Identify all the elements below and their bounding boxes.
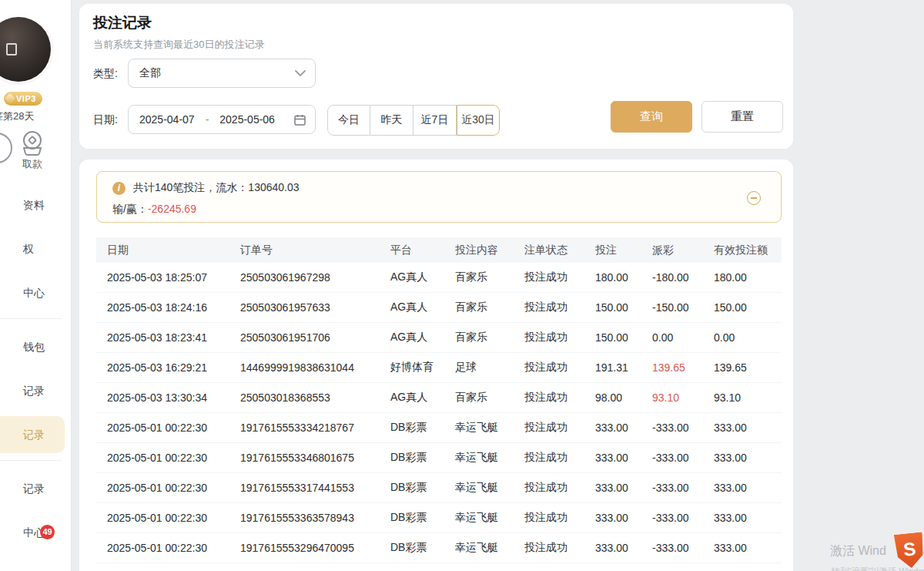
cell-order: 1446999919838631044 [229, 361, 380, 374]
table-body: 2025-05-03 18:25:07 250503061967298 AG真人… [96, 263, 782, 563]
cell-status: 投注成功 [514, 541, 584, 555]
withdraw-label: 取款 [12, 157, 52, 171]
table-row[interactable]: 2025-05-01 00:22:30 1917615553317441553 … [96, 473, 782, 503]
user-avatar[interactable] [0, 17, 51, 82]
table-row[interactable]: 2025-05-01 00:22:30 1917615553363578943 … [96, 503, 782, 533]
cell-bet: 150.00 [584, 331, 641, 344]
cell-valid: 333.00 [703, 422, 782, 434]
cell-platform: DB彩票 [380, 541, 444, 555]
sidebar-item-7[interactable]: 中心49 [0, 514, 72, 551]
cell-status: 投注成功 [514, 301, 584, 314]
table-header-row: 日期订单号平台投注内容注单状态投注派彩有效投注额 [96, 237, 782, 263]
cell-valid: 333.00 [703, 452, 782, 464]
table-row[interactable]: 2025-05-01 00:22:30 1917615553334218767 … [96, 413, 782, 443]
cell-platform: AG真人 [380, 391, 444, 405]
cell-payout: -150.00 [641, 301, 703, 314]
sidebar-item-2[interactable]: 中心 [0, 274, 72, 311]
cell-valid: 333.00 [703, 512, 782, 524]
sidebar-item-3[interactable]: 钱包 [0, 328, 72, 365]
cell-platform: AG真人 [380, 270, 444, 284]
filter-panel: 投注记录 当前系统支持查询最近30日的投注记录 类型: 全部 日期: 2025-… [79, 4, 793, 149]
quick-date-1[interactable]: 昨天 [370, 105, 413, 136]
table-row[interactable]: 2025-05-03 16:29:21 1446999919838631044 … [96, 353, 782, 383]
collapse-icon[interactable] [747, 191, 761, 205]
cell-content: 幸运飞艇 [444, 421, 514, 435]
date-range-input[interactable]: 2025-04-07 - 2025-05-06 [128, 105, 316, 134]
chevron-down-icon [295, 70, 306, 77]
sidebar-item-4[interactable]: 记录 [0, 372, 72, 409]
sidebar-item-8[interactable]: 反馈 [0, 558, 72, 571]
cell-content: 百家乐 [444, 331, 514, 344]
winloss-label: 输/赢： [112, 203, 148, 215]
quick-date-3[interactable]: 近30日 [457, 105, 500, 136]
brand-shield-icon[interactable]: S [894, 532, 924, 569]
cell-order: 250503061967298 [229, 271, 380, 284]
cell-status: 投注成功 [514, 451, 584, 465]
windows-activation-watermark: 激活 Wind [830, 543, 886, 559]
sidebar: VIP3 签第28天 取款 资料权中心钱包记录记录记录中心49反馈 [0, 0, 72, 571]
menu-divider [0, 460, 62, 461]
cell-order: 1917615553296470095 [229, 542, 380, 554]
withdraw-button[interactable]: 取款 [12, 129, 52, 171]
page-title: 投注记录 [93, 13, 152, 33]
cell-bet: 150.00 [584, 301, 641, 314]
sidebar-item-0[interactable]: 资料 [0, 186, 72, 223]
cell-date: 2025-05-01 00:22:30 [96, 512, 229, 524]
quick-date-2[interactable]: 近7日 [413, 105, 457, 136]
cell-bet: 180.00 [584, 271, 641, 284]
table-header-cell: 派彩 [641, 244, 703, 257]
deposit-icon[interactable] [0, 133, 12, 163]
cell-valid: 93.10 [703, 391, 782, 404]
table-row[interactable]: 2025-05-03 18:23:41 250503061951706 AG真人… [96, 323, 782, 353]
reset-button[interactable]: 重置 [701, 101, 783, 133]
cell-valid: 333.00 [703, 482, 782, 494]
cell-payout: -333.00 [641, 512, 703, 524]
date-start-value: 2025-04-07 [139, 113, 195, 126]
vip-badge: VIP3 [4, 92, 42, 106]
cell-status: 投注成功 [514, 331, 584, 344]
cell-status: 投注成功 [514, 511, 584, 525]
cell-content: 足球 [444, 361, 514, 375]
table-row[interactable]: 2025-05-03 13:30:34 250503018368553 AG真人… [96, 383, 782, 413]
quick-date-0[interactable]: 今日 [327, 105, 370, 136]
menu-divider [0, 318, 62, 319]
summary-box: i 共计140笔投注，流水：130640.03 输/赢：-26245.69 [96, 171, 782, 223]
avatar-photo-detail [6, 43, 17, 55]
cell-order: 1917615553363578943 [229, 512, 380, 524]
cell-date: 2025-05-01 00:22:30 [96, 482, 229, 494]
table-row[interactable]: 2025-05-03 18:24:16 250503061957633 AG真人… [96, 293, 782, 323]
cell-bet: 191.31 [584, 361, 641, 374]
summary-totals-text: 共计140笔投注，流水：130640.03 [133, 181, 300, 195]
gem-icon [5, 93, 15, 104]
cell-order: 1917615553334218767 [229, 422, 380, 434]
search-button[interactable]: 查询 [611, 101, 692, 133]
type-select[interactable]: 全部 [128, 59, 316, 88]
cell-order: 1917615553317441553 [229, 482, 380, 494]
table-row[interactable]: 2025-05-01 00:22:30 1917615553346801675 … [96, 443, 782, 473]
cell-order: 250503061957633 [229, 301, 380, 314]
sidebar-item-6[interactable]: 记录 [0, 470, 72, 507]
table-header-cell: 日期 [96, 244, 229, 257]
cell-bet: 333.00 [584, 542, 641, 554]
table-header-cell: 投注 [584, 244, 641, 257]
cell-payout: 93.10 [641, 391, 703, 404]
cell-platform: DB彩票 [380, 451, 444, 465]
type-label: 类型: [93, 67, 118, 81]
cell-date: 2025-05-01 00:22:30 [96, 422, 229, 434]
brand-shield-letter: S [902, 539, 916, 559]
winloss-value: -26245.69 [148, 203, 196, 215]
cell-platform: AG真人 [380, 301, 444, 314]
table-row[interactable]: 2025-05-03 18:25:07 250503061967298 AG真人… [96, 263, 782, 293]
cell-platform: DB彩票 [380, 481, 444, 495]
table-row[interactable]: 2025-05-01 00:22:30 1917615553296470095 … [96, 533, 782, 563]
type-select-value: 全部 [139, 66, 295, 80]
cell-status: 投注成功 [514, 270, 584, 284]
cell-order: 250503018368553 [229, 391, 380, 404]
cell-bet: 333.00 [584, 512, 641, 524]
date-separator: - [206, 113, 209, 126]
sidebar-item-5[interactable]: 记录 [0, 416, 65, 453]
sidebar-item-1[interactable]: 权 [0, 230, 72, 267]
cell-content: 百家乐 [444, 270, 514, 284]
cell-payout: -333.00 [641, 452, 703, 464]
cell-content: 百家乐 [444, 301, 514, 314]
